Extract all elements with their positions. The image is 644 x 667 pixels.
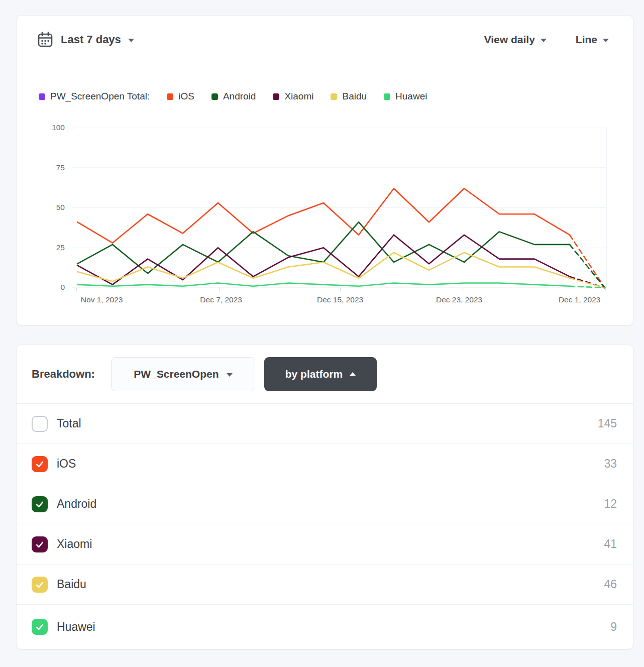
chevron-down-icon (541, 39, 547, 42)
x-axis: Nov 1, 2023 Dec 7, 2023 Dec 15, 2023 Dec… (72, 295, 607, 306)
view-granularity-label: View daily (484, 34, 535, 46)
x-axis-tick: Dec 15, 2023 (317, 295, 363, 304)
checkbox-checked[interactable] (32, 619, 48, 635)
checkbox-checked[interactable] (32, 456, 48, 472)
legend-item-baidu[interactable]: Baidu (331, 91, 367, 102)
y-axis-tick: 75 (17, 163, 65, 172)
legend-label: Android (223, 91, 256, 102)
row-value: 12 (604, 497, 617, 511)
legend-marker (273, 93, 279, 100)
event-select-value: PW_ScreenOpen (134, 368, 219, 380)
legend-marker (167, 93, 173, 100)
chart-type-button[interactable]: Line (576, 34, 609, 46)
y-axis-tick: 50 (17, 203, 65, 212)
chart-legend: PW_ScreenOpen Total: iOS Android Xiaomi … (39, 91, 427, 102)
table-row-ios[interactable]: iOS 33 (17, 444, 633, 484)
legend-label: Xiaomi (284, 91, 313, 102)
row-label: Huawei (57, 620, 95, 634)
chart-type-label: Line (576, 34, 597, 46)
row-label: Android (57, 497, 96, 511)
table-row-baidu[interactable]: Baidu 46 (17, 565, 633, 605)
row-value: 46 (604, 578, 617, 591)
legend-marker (211, 93, 218, 100)
date-range-label: Last 7 days (61, 33, 121, 46)
chevron-down-icon (227, 373, 233, 377)
y-axis-tick: 0 (17, 283, 65, 292)
legend-marker (331, 93, 337, 100)
chevron-down-icon (128, 39, 134, 42)
legend-item-huawei[interactable]: Huawei (384, 91, 427, 102)
row-value: 145 (598, 417, 617, 430)
y-axis-tick: 100 (17, 123, 65, 132)
legend-item-ios[interactable]: iOS (167, 91, 194, 102)
legend-item-total[interactable]: PW_ScreenOpen Total: (39, 91, 150, 102)
row-value: 9 (610, 620, 617, 634)
line-chart (72, 128, 607, 291)
view-granularity-button[interactable]: View daily (484, 34, 547, 46)
checkbox-checked[interactable] (32, 496, 48, 512)
event-select[interactable]: PW_ScreenOpen (111, 357, 255, 391)
legend-marker (39, 93, 45, 100)
legend-item-android[interactable]: Android (211, 91, 256, 102)
chevron-up-icon (350, 372, 356, 376)
chevron-down-icon (603, 39, 609, 42)
breakdown-toolbar: Breakdown: PW_ScreenOpen by platform (17, 345, 633, 404)
row-value: 33 (604, 457, 617, 471)
legend-item-xiaomi[interactable]: Xiaomi (273, 91, 313, 102)
calendar-icon (37, 31, 54, 48)
table-row-total[interactable]: Total 145 (17, 404, 633, 444)
legend-label: PW_ScreenOpen Total: (50, 91, 150, 102)
row-value: 41 (604, 537, 617, 551)
x-axis-tick: Dec 23, 2023 (436, 295, 482, 304)
analytics-page: { "header": { "date_range": "Last 7 days… (0, 0, 644, 667)
dimension-select[interactable]: by platform (264, 357, 377, 391)
checkbox-checked[interactable] (32, 577, 48, 593)
legend-label: iOS (178, 91, 194, 102)
table-row-huawei[interactable]: Huawei 9 (17, 605, 633, 649)
chart-card: Last 7 days View daily Line PW_ScreenOpe… (16, 15, 633, 325)
row-label: Xiaomi (57, 537, 92, 551)
date-range-button[interactable]: Last 7 days (37, 31, 134, 48)
breakdown-label: Breakdown: (32, 368, 95, 381)
table-row-android[interactable]: Android 12 (17, 484, 633, 524)
breakdown-card: Breakdown: PW_ScreenOpen by platform Tot… (16, 345, 633, 649)
row-label: Total (57, 417, 81, 430)
y-axis-tick: 25 (17, 243, 65, 252)
chart-controls: View daily Line (484, 34, 609, 46)
legend-label: Baidu (342, 91, 367, 102)
x-axis-tick: Dec 1, 2023 (559, 295, 601, 304)
chart-toolbar: Last 7 days View daily Line (17, 16, 633, 64)
dimension-select-value: by platform (285, 368, 343, 380)
x-axis-tick: Nov 1, 2023 (81, 295, 123, 304)
checkbox-checked[interactable] (32, 536, 48, 552)
checkbox-unchecked[interactable] (32, 416, 48, 432)
table-row-xiaomi[interactable]: Xiaomi 41 (17, 524, 633, 565)
row-label: iOS (57, 457, 76, 471)
legend-label: Huawei (395, 91, 427, 102)
x-axis-tick: Dec 7, 2023 (200, 295, 242, 304)
legend-marker (384, 93, 390, 100)
row-label: Baidu (57, 578, 86, 591)
